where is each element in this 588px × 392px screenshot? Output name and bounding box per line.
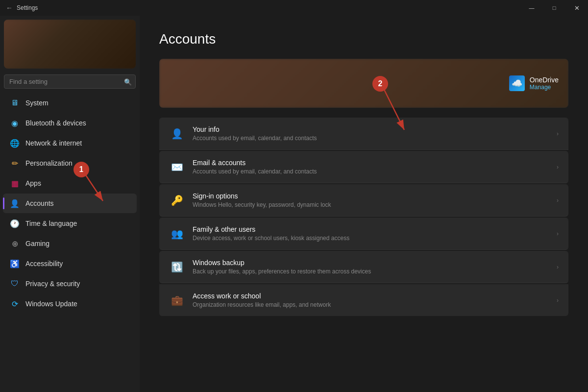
work-school-icon: 💼 — [169, 293, 185, 308]
search-icon: 🔍 — [124, 78, 132, 85]
sidebar-item-label-privacy: Privacy & security — [25, 280, 80, 288]
sidebar-item-gaming[interactable]: ⊕ Gaming — [3, 234, 137, 253]
sidebar-item-accessibility[interactable]: ♿ Accessibility — [3, 254, 137, 273]
settings-item-sign-in[interactable]: 🔑 Sign-in options Windows Hello, securit… — [159, 184, 568, 217]
sidebar-item-system[interactable]: 🖥 System — [3, 93, 137, 113]
page-title: Accounts — [159, 31, 568, 47]
your-info-title: Your info — [193, 125, 549, 133]
settings-item-work-school[interactable]: 💼 Access work or school Organization res… — [159, 284, 568, 316]
settings-item-family[interactable]: 👥 Family & other users Device access, wo… — [159, 218, 568, 250]
sidebar-item-privacy[interactable]: 🛡 Privacy & security — [3, 274, 137, 294]
time-icon: 🕐 — [10, 219, 20, 228]
settings-item-your-info[interactable]: 👤 Your info Accounts used by email, cale… — [159, 118, 568, 150]
sidebar-item-label-gaming: Gaming — [25, 240, 49, 247]
sidebar-item-label-system: System — [25, 99, 49, 107]
backup-desc: Back up your files, apps, preferences to… — [193, 268, 549, 275]
system-icon: 🖥 — [10, 98, 20, 108]
backup-chevron: › — [557, 264, 559, 270]
window-controls: — □ ✕ — [520, 0, 588, 16]
sidebar-item-label-time: Time & language — [25, 220, 77, 227]
titlebar: ← Settings — □ ✕ — [0, 0, 588, 16]
network-icon: 🌐 — [10, 138, 20, 148]
your-info-icon: 👤 — [169, 126, 185, 142]
onedrive-text: OneDrive Manage — [530, 76, 559, 91]
search-input[interactable] — [4, 74, 136, 89]
backup-icon: 🔃 — [169, 259, 185, 275]
app-title: Settings — [17, 4, 38, 11]
app-body: 🔍 🖥 System ◉ Bluetooth & devices 🌐 Netwo… — [0, 16, 588, 392]
user-card: ☁️ OneDrive Manage — [159, 59, 568, 108]
accounts-icon: 👤 — [10, 198, 20, 208]
sidebar-item-update[interactable]: ⟳ Windows Update — [3, 294, 137, 314]
sidebar-item-bluetooth[interactable]: ◉ Bluetooth & devices — [3, 113, 137, 133]
sidebar-item-label-update: Windows Update — [25, 300, 77, 308]
sidebar-nav: 🖥 System ◉ Bluetooth & devices 🌐 Network… — [0, 93, 140, 314]
sidebar-item-time[interactable]: 🕐 Time & language — [3, 214, 137, 233]
work-school-chevron: › — [557, 297, 559, 304]
settings-list: 👤 Your info Accounts used by email, cale… — [159, 118, 568, 316]
settings-item-backup[interactable]: 🔃 Windows backup Back up your files, app… — [159, 251, 568, 283]
work-school-title: Access work or school — [193, 292, 549, 300]
onedrive-icon: ☁️ — [509, 75, 525, 91]
email-accounts-icon: ✉️ — [169, 159, 185, 175]
sidebar: 🔍 🖥 System ◉ Bluetooth & devices 🌐 Netwo… — [0, 16, 140, 392]
bluetooth-icon: ◉ — [10, 118, 20, 128]
onedrive-name: OneDrive — [530, 76, 559, 84]
update-icon: ⟳ — [10, 299, 20, 309]
sign-in-icon: 🔑 — [169, 193, 185, 208]
email-accounts-title: Email & accounts — [193, 159, 549, 167]
onedrive-section[interactable]: ☁️ OneDrive Manage — [509, 75, 559, 91]
sidebar-item-label-personalization: Personalization — [25, 159, 73, 167]
user-card-background — [159, 59, 568, 108]
onedrive-manage[interactable]: Manage — [530, 84, 559, 91]
work-school-desc: Organization resources like email, apps,… — [193, 301, 549, 308]
your-info-chevron: › — [557, 130, 559, 137]
minimize-button[interactable]: — — [520, 0, 543, 16]
profile-area — [4, 20, 136, 69]
sidebar-item-apps[interactable]: ▦ Apps — [3, 173, 137, 193]
sidebar-item-label-accessibility: Accessibility — [25, 260, 63, 268]
privacy-icon: 🛡 — [10, 279, 20, 289]
family-title: Family & other users — [193, 225, 549, 233]
sign-in-title: Sign-in options — [193, 192, 549, 200]
back-icon[interactable]: ← — [6, 4, 13, 12]
family-icon: 👥 — [169, 226, 185, 242]
accessibility-icon: ♿ — [10, 259, 20, 269]
titlebar-left: ← Settings — [6, 4, 38, 12]
sidebar-item-label-network: Network & internet — [25, 139, 82, 147]
your-info-desc: Accounts used by email, calendar, and co… — [193, 135, 549, 142]
sidebar-item-label-accounts: Accounts — [25, 199, 54, 207]
family-desc: Device access, work or school users, kio… — [193, 235, 549, 242]
sidebar-item-accounts[interactable]: 👤 Accounts — [3, 194, 137, 213]
apps-icon: ▦ — [10, 178, 20, 188]
gaming-icon: ⊕ — [10, 239, 20, 248]
close-button[interactable]: ✕ — [565, 0, 588, 16]
sign-in-desc: Windows Hello, security key, password, d… — [193, 201, 549, 208]
profile-background — [4, 20, 136, 69]
settings-item-email-accounts[interactable]: ✉️ Email & accounts Accounts used by ema… — [159, 151, 568, 183]
personalization-icon: ✏ — [10, 158, 20, 168]
sidebar-item-network[interactable]: 🌐 Network & internet — [3, 133, 137, 153]
sidebar-search-wrapper: 🔍 — [4, 74, 136, 89]
backup-title: Windows backup — [193, 259, 549, 267]
maximize-button[interactable]: □ — [543, 0, 565, 16]
family-chevron: › — [557, 230, 559, 237]
sign-in-chevron: › — [557, 197, 559, 204]
email-accounts-desc: Accounts used by email, calendar, and co… — [193, 168, 549, 175]
sidebar-item-label-apps: Apps — [25, 179, 41, 187]
email-accounts-chevron: › — [557, 164, 559, 171]
main-content: Accounts ☁️ OneDrive Manage 👤 Your info … — [140, 16, 588, 392]
sidebar-item-label-bluetooth: Bluetooth & devices — [25, 119, 86, 127]
sidebar-item-personalization[interactable]: ✏ Personalization — [3, 153, 137, 173]
